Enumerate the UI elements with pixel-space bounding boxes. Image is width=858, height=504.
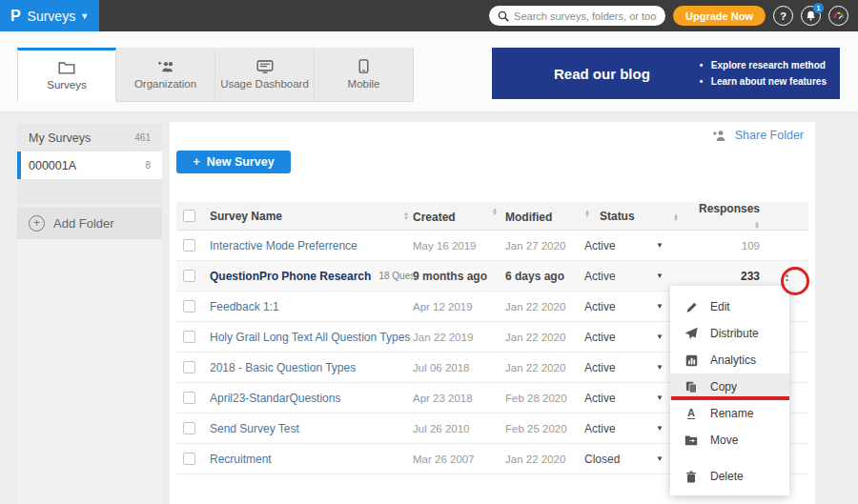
row-actions-menu: Edit Distribute Analytics Copy A Rename …: [670, 286, 789, 495]
status-cell: Closed: [584, 453, 656, 466]
question-count-badge: 18 Questions: [378, 271, 413, 281]
tab-organization[interactable]: Organization: [116, 48, 215, 102]
tab-label: Organization: [134, 78, 196, 90]
menu-item-label: Move: [710, 433, 738, 447]
row-checkbox[interactable]: [183, 270, 195, 282]
folder-label: My Surveys: [29, 131, 91, 145]
gauge-icon: [832, 10, 846, 23]
modified-cell: Jan 22 2020: [505, 332, 584, 343]
row-actions-kebab[interactable]: [782, 267, 792, 286]
help-button[interactable]: ?: [773, 6, 793, 26]
created-cell: May 16 2019: [413, 240, 505, 252]
tab-mobile[interactable]: Mobile: [315, 48, 414, 102]
status-dropdown-caret[interactable]: ▼: [656, 241, 694, 250]
sort-icon[interactable]: [403, 212, 409, 220]
survey-name-link[interactable]: Send Survey Test: [210, 422, 299, 435]
column-header-created[interactable]: Created: [413, 211, 456, 224]
surveys-dashboard: P Surveys ▼ Upgrade Now ? 1: [0, 0, 858, 504]
menu-item-label: Edit: [710, 300, 730, 313]
row-checkbox[interactable]: [183, 361, 195, 373]
survey-name-link[interactable]: Feedback 1:1: [210, 300, 279, 313]
modified-cell: Jan 22 2020: [505, 362, 584, 373]
survey-name-link[interactable]: QuestionPro Phone Research: [210, 270, 371, 283]
menu-item-copy[interactable]: Copy: [670, 373, 789, 400]
created-cell: Jul 06 2018: [413, 362, 505, 373]
folder-icon: [58, 61, 75, 74]
mobile-icon: [358, 59, 369, 73]
modified-cell: Jan 22 2020: [505, 301, 584, 312]
banner-title: Read our blog: [554, 66, 650, 82]
column-header-responses[interactable]: Responses: [699, 202, 760, 215]
menu-item-analytics[interactable]: Analytics: [670, 347, 789, 373]
modified-cell: Feb 28 2020: [505, 393, 584, 404]
copy-icon: [684, 380, 698, 393]
status-cell: Active: [584, 392, 656, 405]
created-cell: Jul 26 2010: [413, 423, 505, 434]
tab-usage-dashboard[interactable]: Usage Dashboard: [215, 48, 315, 102]
sidebar-filler: [17, 239, 162, 504]
banner-bullet: Explore research method: [700, 57, 827, 73]
row-checkbox[interactable]: [183, 239, 195, 252]
table-header-row: Survey Name Created Modified Status Resp…: [176, 202, 808, 231]
add-folder-button[interactable]: + Add Folder: [17, 208, 162, 239]
survey-name-link[interactable]: 2018 - Basic Question Types: [210, 361, 356, 374]
survey-name-link[interactable]: April23-StandarQuestions: [210, 392, 340, 405]
sidebar-item-000001A[interactable]: 000001A 8: [17, 151, 162, 179]
bar-chart-icon: [684, 353, 698, 367]
row-checkbox[interactable]: [183, 422, 195, 434]
created-cell: 9 months ago: [413, 270, 505, 283]
menu-item-edit[interactable]: Edit: [670, 293, 789, 320]
tab-surveys[interactable]: Surveys: [17, 48, 116, 102]
status-cell: Active: [584, 270, 656, 283]
row-checkbox[interactable]: [183, 392, 195, 404]
sidebar-item-my-surveys[interactable]: My Surveys 461: [17, 124, 162, 151]
column-header-status[interactable]: Status: [600, 210, 635, 223]
status-dropdown-caret[interactable]: ▼: [656, 272, 694, 280]
paper-plane-icon: [684, 327, 698, 340]
select-all-checkbox[interactable]: [183, 210, 195, 222]
menu-item-label: Distribute: [710, 327, 759, 340]
survey-name-link[interactable]: Recruitment: [210, 453, 272, 466]
menu-item-delete[interactable]: Delete: [670, 463, 789, 490]
new-survey-button[interactable]: + New Survey: [176, 151, 291, 173]
sort-icon[interactable]: [584, 210, 590, 223]
product-switcher[interactable]: P Surveys ▼: [0, 0, 99, 31]
chevron-down-icon: ▼: [80, 11, 89, 21]
column-header-modified[interactable]: Modified: [505, 211, 552, 224]
sort-icon[interactable]: [492, 208, 498, 216]
upgrade-now-button[interactable]: Upgrade Now: [673, 6, 766, 26]
plus-circle-icon: +: [29, 215, 45, 232]
survey-name-link[interactable]: Interactive Mode Preferrence: [210, 239, 358, 252]
menu-item-move[interactable]: Move: [670, 427, 789, 454]
modified-cell: Feb 25 2020: [505, 423, 584, 434]
row-checkbox[interactable]: [183, 300, 195, 312]
status-cell: Active: [584, 422, 656, 435]
tab-label: Mobile: [348, 78, 380, 90]
add-people-icon: [156, 60, 175, 73]
notifications-button[interactable]: 1: [801, 6, 821, 26]
created-cell: Mar 26 2007: [413, 454, 505, 465]
tab-label: Usage Dashboard: [220, 78, 309, 90]
sort-icon[interactable]: [673, 213, 679, 222]
created-cell: Apr 23 2018: [413, 393, 505, 404]
sort-icon[interactable]: [754, 221, 760, 230]
usage-meter-button[interactable]: [828, 6, 848, 26]
tab-label: Surveys: [47, 79, 87, 91]
row-checkbox[interactable]: [183, 453, 195, 465]
folders-sidebar: My Surveys 461 000001A 8 + Add Folder: [17, 124, 162, 504]
modified-cell: Jan 22 2020: [505, 454, 584, 465]
add-folder-label: Add Folder: [53, 216, 114, 231]
folder-count: 8: [145, 160, 151, 171]
column-header-survey-name[interactable]: Survey Name: [210, 210, 282, 223]
menu-item-rename[interactable]: A Rename: [670, 400, 789, 427]
survey-name-link[interactable]: Holy Grail Long Text All Question Types: [210, 331, 410, 344]
blog-banner[interactable]: Read our blog Explore research method Le…: [492, 48, 840, 99]
status-cell: Active: [584, 300, 656, 313]
row-checkbox[interactable]: [183, 331, 195, 343]
search-input[interactable]: [514, 10, 657, 22]
menu-item-label: Copy: [710, 380, 737, 393]
menu-item-distribute[interactable]: Distribute: [670, 320, 789, 347]
table-row: Interactive Mode Preferrence May 16 2019…: [176, 231, 808, 261]
banner-bullet-list: Explore research method Learn about new …: [700, 57, 827, 90]
share-folder-link[interactable]: Share Folder: [712, 129, 804, 142]
